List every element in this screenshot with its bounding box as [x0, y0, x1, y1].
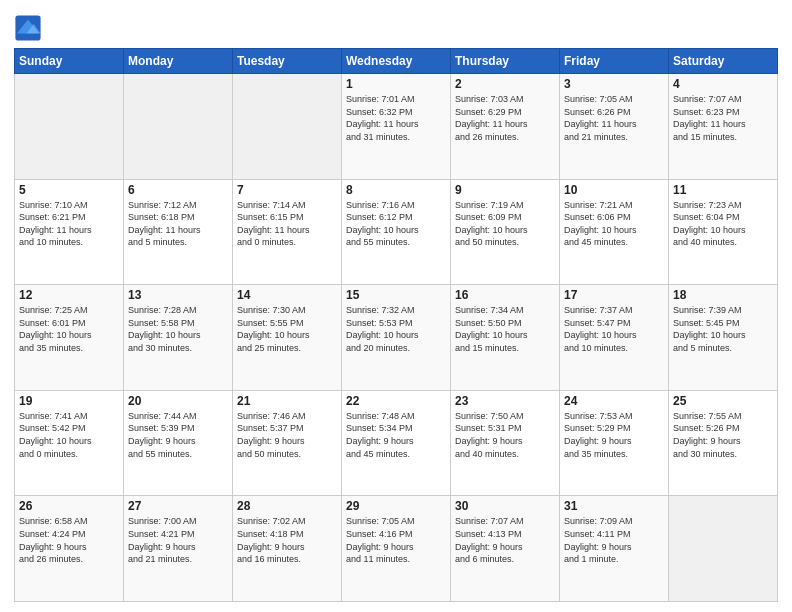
- day-info: Sunrise: 7:16 AM Sunset: 6:12 PM Dayligh…: [346, 199, 446, 249]
- day-cell: 15Sunrise: 7:32 AM Sunset: 5:53 PM Dayli…: [342, 285, 451, 391]
- day-cell: 8Sunrise: 7:16 AM Sunset: 6:12 PM Daylig…: [342, 179, 451, 285]
- week-row-3: 12Sunrise: 7:25 AM Sunset: 6:01 PM Dayli…: [15, 285, 778, 391]
- day-cell: 12Sunrise: 7:25 AM Sunset: 6:01 PM Dayli…: [15, 285, 124, 391]
- day-cell: 29Sunrise: 7:05 AM Sunset: 4:16 PM Dayli…: [342, 496, 451, 602]
- day-info: Sunrise: 7:44 AM Sunset: 5:39 PM Dayligh…: [128, 410, 228, 460]
- day-info: Sunrise: 7:25 AM Sunset: 6:01 PM Dayligh…: [19, 304, 119, 354]
- day-cell: 22Sunrise: 7:48 AM Sunset: 5:34 PM Dayli…: [342, 390, 451, 496]
- day-info: Sunrise: 7:07 AM Sunset: 6:23 PM Dayligh…: [673, 93, 773, 143]
- header-friday: Friday: [560, 49, 669, 74]
- header-monday: Monday: [124, 49, 233, 74]
- day-number: 23: [455, 394, 555, 408]
- day-info: Sunrise: 7:41 AM Sunset: 5:42 PM Dayligh…: [19, 410, 119, 460]
- week-row-2: 5Sunrise: 7:10 AM Sunset: 6:21 PM Daylig…: [15, 179, 778, 285]
- day-number: 24: [564, 394, 664, 408]
- week-row-4: 19Sunrise: 7:41 AM Sunset: 5:42 PM Dayli…: [15, 390, 778, 496]
- header: [14, 10, 778, 42]
- week-row-5: 26Sunrise: 6:58 AM Sunset: 4:24 PM Dayli…: [15, 496, 778, 602]
- day-number: 25: [673, 394, 773, 408]
- day-cell: 14Sunrise: 7:30 AM Sunset: 5:55 PM Dayli…: [233, 285, 342, 391]
- day-info: Sunrise: 7:14 AM Sunset: 6:15 PM Dayligh…: [237, 199, 337, 249]
- day-number: 11: [673, 183, 773, 197]
- day-info: Sunrise: 7:39 AM Sunset: 5:45 PM Dayligh…: [673, 304, 773, 354]
- day-info: Sunrise: 7:07 AM Sunset: 4:13 PM Dayligh…: [455, 515, 555, 565]
- day-info: Sunrise: 7:34 AM Sunset: 5:50 PM Dayligh…: [455, 304, 555, 354]
- day-info: Sunrise: 7:12 AM Sunset: 6:18 PM Dayligh…: [128, 199, 228, 249]
- day-cell: 20Sunrise: 7:44 AM Sunset: 5:39 PM Dayli…: [124, 390, 233, 496]
- day-number: 6: [128, 183, 228, 197]
- day-number: 15: [346, 288, 446, 302]
- day-info: Sunrise: 7:00 AM Sunset: 4:21 PM Dayligh…: [128, 515, 228, 565]
- day-info: Sunrise: 7:02 AM Sunset: 4:18 PM Dayligh…: [237, 515, 337, 565]
- day-number: 12: [19, 288, 119, 302]
- header-thursday: Thursday: [451, 49, 560, 74]
- day-cell: 17Sunrise: 7:37 AM Sunset: 5:47 PM Dayli…: [560, 285, 669, 391]
- calendar-table: SundayMondayTuesdayWednesdayThursdayFrid…: [14, 48, 778, 602]
- day-info: Sunrise: 7:21 AM Sunset: 6:06 PM Dayligh…: [564, 199, 664, 249]
- day-cell: 1Sunrise: 7:01 AM Sunset: 6:32 PM Daylig…: [342, 74, 451, 180]
- day-cell: 19Sunrise: 7:41 AM Sunset: 5:42 PM Dayli…: [15, 390, 124, 496]
- day-number: 10: [564, 183, 664, 197]
- day-number: 1: [346, 77, 446, 91]
- page: SundayMondayTuesdayWednesdayThursdayFrid…: [0, 0, 792, 612]
- day-info: Sunrise: 7:19 AM Sunset: 6:09 PM Dayligh…: [455, 199, 555, 249]
- day-cell: 5Sunrise: 7:10 AM Sunset: 6:21 PM Daylig…: [15, 179, 124, 285]
- day-cell: 16Sunrise: 7:34 AM Sunset: 5:50 PM Dayli…: [451, 285, 560, 391]
- day-number: 14: [237, 288, 337, 302]
- day-number: 16: [455, 288, 555, 302]
- day-cell: [669, 496, 778, 602]
- header-sunday: Sunday: [15, 49, 124, 74]
- day-number: 9: [455, 183, 555, 197]
- day-number: 21: [237, 394, 337, 408]
- day-number: 19: [19, 394, 119, 408]
- header-saturday: Saturday: [669, 49, 778, 74]
- day-cell: 2Sunrise: 7:03 AM Sunset: 6:29 PM Daylig…: [451, 74, 560, 180]
- day-number: 27: [128, 499, 228, 513]
- day-cell: 3Sunrise: 7:05 AM Sunset: 6:26 PM Daylig…: [560, 74, 669, 180]
- day-number: 4: [673, 77, 773, 91]
- day-info: Sunrise: 7:30 AM Sunset: 5:55 PM Dayligh…: [237, 304, 337, 354]
- day-cell: 25Sunrise: 7:55 AM Sunset: 5:26 PM Dayli…: [669, 390, 778, 496]
- day-cell: 21Sunrise: 7:46 AM Sunset: 5:37 PM Dayli…: [233, 390, 342, 496]
- day-cell: [124, 74, 233, 180]
- day-info: Sunrise: 7:37 AM Sunset: 5:47 PM Dayligh…: [564, 304, 664, 354]
- day-number: 20: [128, 394, 228, 408]
- day-info: Sunrise: 7:46 AM Sunset: 5:37 PM Dayligh…: [237, 410, 337, 460]
- day-cell: [233, 74, 342, 180]
- day-info: Sunrise: 7:53 AM Sunset: 5:29 PM Dayligh…: [564, 410, 664, 460]
- week-row-1: 1Sunrise: 7:01 AM Sunset: 6:32 PM Daylig…: [15, 74, 778, 180]
- day-cell: 30Sunrise: 7:07 AM Sunset: 4:13 PM Dayli…: [451, 496, 560, 602]
- header-wednesday: Wednesday: [342, 49, 451, 74]
- day-cell: 26Sunrise: 6:58 AM Sunset: 4:24 PM Dayli…: [15, 496, 124, 602]
- day-cell: 23Sunrise: 7:50 AM Sunset: 5:31 PM Dayli…: [451, 390, 560, 496]
- calendar-header-row: SundayMondayTuesdayWednesdayThursdayFrid…: [15, 49, 778, 74]
- day-info: Sunrise: 6:58 AM Sunset: 4:24 PM Dayligh…: [19, 515, 119, 565]
- day-cell: 31Sunrise: 7:09 AM Sunset: 4:11 PM Dayli…: [560, 496, 669, 602]
- day-info: Sunrise: 7:23 AM Sunset: 6:04 PM Dayligh…: [673, 199, 773, 249]
- day-number: 31: [564, 499, 664, 513]
- day-cell: 28Sunrise: 7:02 AM Sunset: 4:18 PM Dayli…: [233, 496, 342, 602]
- day-cell: [15, 74, 124, 180]
- day-number: 26: [19, 499, 119, 513]
- day-info: Sunrise: 7:32 AM Sunset: 5:53 PM Dayligh…: [346, 304, 446, 354]
- day-info: Sunrise: 7:28 AM Sunset: 5:58 PM Dayligh…: [128, 304, 228, 354]
- day-info: Sunrise: 7:55 AM Sunset: 5:26 PM Dayligh…: [673, 410, 773, 460]
- day-number: 22: [346, 394, 446, 408]
- day-number: 2: [455, 77, 555, 91]
- day-cell: 18Sunrise: 7:39 AM Sunset: 5:45 PM Dayli…: [669, 285, 778, 391]
- day-cell: 10Sunrise: 7:21 AM Sunset: 6:06 PM Dayli…: [560, 179, 669, 285]
- logo-icon: [14, 14, 42, 42]
- day-cell: 11Sunrise: 7:23 AM Sunset: 6:04 PM Dayli…: [669, 179, 778, 285]
- day-cell: 6Sunrise: 7:12 AM Sunset: 6:18 PM Daylig…: [124, 179, 233, 285]
- day-number: 18: [673, 288, 773, 302]
- day-info: Sunrise: 7:10 AM Sunset: 6:21 PM Dayligh…: [19, 199, 119, 249]
- day-number: 5: [19, 183, 119, 197]
- day-number: 17: [564, 288, 664, 302]
- day-info: Sunrise: 7:05 AM Sunset: 6:26 PM Dayligh…: [564, 93, 664, 143]
- day-number: 28: [237, 499, 337, 513]
- day-cell: 24Sunrise: 7:53 AM Sunset: 5:29 PM Dayli…: [560, 390, 669, 496]
- day-number: 13: [128, 288, 228, 302]
- day-cell: 9Sunrise: 7:19 AM Sunset: 6:09 PM Daylig…: [451, 179, 560, 285]
- day-number: 30: [455, 499, 555, 513]
- day-cell: 13Sunrise: 7:28 AM Sunset: 5:58 PM Dayli…: [124, 285, 233, 391]
